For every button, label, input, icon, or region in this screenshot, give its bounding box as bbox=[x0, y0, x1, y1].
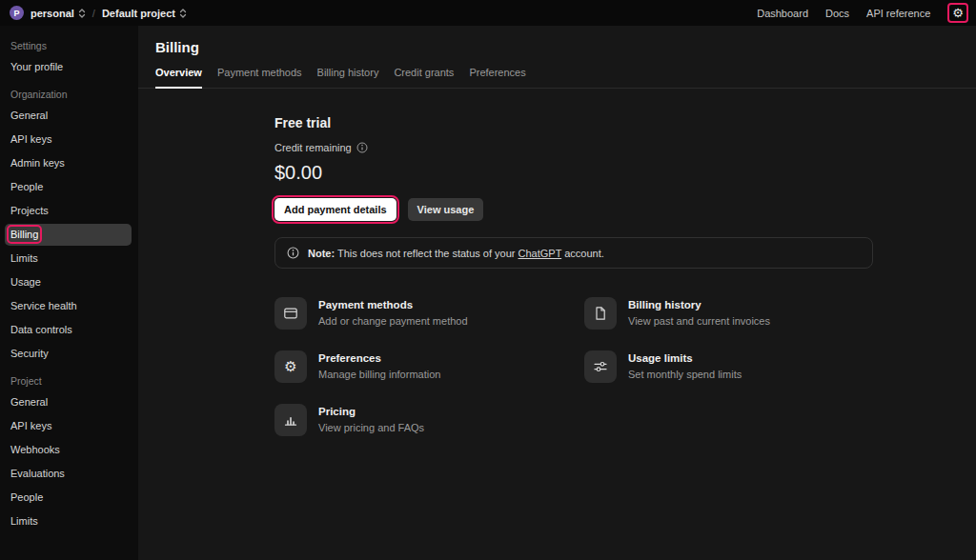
credit-remaining-row: Credit remaining bbox=[274, 142, 873, 153]
card-text: Usage limits Set monthly spend limits bbox=[628, 350, 742, 380]
add-payment-details-button[interactable]: Add payment details bbox=[274, 198, 396, 221]
note-bold: Note: bbox=[308, 248, 335, 259]
topbar-breadcrumb: P personal / Default project bbox=[10, 6, 187, 20]
breadcrumb-separator: / bbox=[92, 8, 95, 19]
card-text: Pricing View pricing and FAQs bbox=[318, 404, 424, 433]
settings-sidebar: Settings Your profile Organization Gener… bbox=[0, 26, 138, 560]
project-name: Default project bbox=[102, 8, 175, 19]
sidebar-item-admin-keys[interactable]: Admin keys bbox=[5, 152, 132, 174]
org-avatar: P bbox=[10, 6, 24, 20]
billing-tabs: Overview Payment methods Billing history… bbox=[138, 55, 976, 89]
sidebar-item-webhooks[interactable]: Webhooks bbox=[5, 439, 132, 461]
card-title: Usage limits bbox=[628, 352, 742, 364]
tab-preferences[interactable]: Preferences bbox=[469, 67, 525, 88]
info-icon bbox=[287, 247, 299, 259]
card-usage-limits[interactable]: Usage limits Set monthly spend limits bbox=[584, 350, 873, 383]
card-text: Billing history View past and current in… bbox=[628, 297, 770, 327]
sidebar-item-projects[interactable]: Projects bbox=[5, 200, 132, 222]
tab-payment-methods[interactable]: Payment methods bbox=[217, 67, 302, 88]
gear-icon[interactable]: ⚙ bbox=[952, 7, 964, 19]
sidebar-item-your-profile[interactable]: Your profile bbox=[5, 56, 132, 78]
note-banner: Note: This does not reflect the status o… bbox=[274, 237, 873, 269]
note-after-link: account. bbox=[561, 248, 604, 259]
card-pricing[interactable]: Pricing View pricing and FAQs bbox=[274, 404, 584, 436]
note-text: Note: This does not reflect the status o… bbox=[308, 248, 604, 259]
chevron-up-down-icon bbox=[78, 8, 86, 19]
sidebar-item-data-controls[interactable]: Data controls bbox=[5, 319, 132, 341]
sidebar-item-billing[interactable]: Billing bbox=[5, 224, 132, 246]
chevron-up-down-icon bbox=[179, 8, 187, 19]
info-icon bbox=[356, 142, 368, 153]
card-description: View past and current invoices bbox=[628, 315, 770, 327]
card-billing-history[interactable]: Billing history View past and current in… bbox=[584, 297, 873, 330]
org-picker[interactable]: personal bbox=[30, 8, 86, 19]
sidebar-item-org-limits[interactable]: Limits bbox=[5, 248, 132, 270]
project-picker[interactable]: Default project bbox=[102, 8, 187, 19]
sidebar-item-org-people[interactable]: People bbox=[5, 176, 132, 198]
page-layout: Settings Your profile Organization Gener… bbox=[0, 26, 976, 560]
card-text: Preferences Manage billing information bbox=[318, 350, 440, 380]
billing-shortcut-cards: Payment methods Add or change payment me… bbox=[274, 297, 873, 436]
sidebar-item-proj-api-keys[interactable]: API keys bbox=[5, 415, 132, 437]
card-title: Billing history bbox=[628, 299, 770, 310]
sidebar-item-evaluations[interactable]: Evaluations bbox=[5, 463, 132, 485]
card-description: Add or change payment method bbox=[318, 315, 468, 327]
card-description: Set monthly spend limits bbox=[628, 369, 742, 380]
view-usage-button[interactable]: View usage bbox=[408, 198, 484, 221]
bar-chart-icon bbox=[274, 404, 307, 436]
sidebar-item-billing-label: Billing bbox=[10, 229, 38, 240]
nav-link-dashboard[interactable]: Dashboard bbox=[757, 8, 808, 19]
org-name: personal bbox=[30, 8, 74, 19]
sidebar-item-proj-general[interactable]: General bbox=[5, 391, 132, 413]
credit-card-icon bbox=[274, 297, 307, 330]
sidebar-section-organization: Organization bbox=[10, 90, 132, 100]
credit-remaining-label: Credit remaining bbox=[274, 142, 352, 153]
credit-amount: $0.00 bbox=[274, 162, 873, 184]
topbar: P personal / Default project Dashboard D… bbox=[0, 0, 976, 26]
sidebar-item-service-health[interactable]: Service health bbox=[5, 295, 132, 317]
note-before-link: This does not reflect the status of your bbox=[335, 248, 518, 259]
sidebar-item-proj-limits[interactable]: Limits bbox=[5, 510, 132, 532]
sidebar-item-org-general[interactable]: General bbox=[5, 105, 132, 127]
sidebar-item-proj-people[interactable]: People bbox=[5, 487, 132, 509]
card-text: Payment methods Add or change payment me… bbox=[318, 297, 468, 327]
nav-link-docs[interactable]: Docs bbox=[825, 8, 849, 19]
sidebar-section-settings: Settings bbox=[10, 41, 132, 51]
billing-overview: Free trial Credit remaining $0.00 Add pa… bbox=[274, 115, 873, 436]
gear-icon: ⚙ bbox=[274, 350, 307, 383]
card-payment-methods[interactable]: Payment methods Add or change payment me… bbox=[274, 297, 584, 330]
topbar-nav: Dashboard Docs API reference ⚙ bbox=[757, 3, 968, 23]
settings-annotation-box: ⚙ bbox=[947, 3, 968, 23]
sidebar-item-org-api-keys[interactable]: API keys bbox=[5, 129, 132, 150]
main-content: Billing Overview Payment methods Billing… bbox=[138, 26, 976, 560]
free-trial-heading: Free trial bbox=[274, 115, 873, 130]
card-title: Pricing bbox=[318, 406, 424, 417]
nav-link-api-reference[interactable]: API reference bbox=[866, 8, 930, 19]
sidebar-item-usage[interactable]: Usage bbox=[5, 271, 132, 293]
card-description: View pricing and FAQs bbox=[318, 422, 424, 433]
main-header: Billing bbox=[138, 26, 976, 55]
card-preferences[interactable]: ⚙ Preferences Manage billing information bbox=[274, 350, 584, 383]
billing-actions: Add payment details View usage bbox=[274, 198, 873, 221]
sidebar-section-project: Project bbox=[10, 376, 132, 387]
tab-overview[interactable]: Overview bbox=[155, 67, 202, 89]
sidebar-item-security[interactable]: Security bbox=[5, 343, 132, 365]
card-title: Preferences bbox=[318, 352, 440, 364]
tab-billing-history[interactable]: Billing history bbox=[317, 67, 379, 88]
tab-credit-grants[interactable]: Credit grants bbox=[394, 67, 454, 88]
card-description: Manage billing information bbox=[318, 369, 440, 380]
document-icon bbox=[584, 297, 617, 330]
page-title: Billing bbox=[155, 39, 976, 55]
sliders-icon bbox=[584, 350, 617, 383]
chatgpt-link[interactable]: ChatGPT bbox=[518, 248, 562, 259]
card-title: Payment methods bbox=[318, 299, 468, 310]
